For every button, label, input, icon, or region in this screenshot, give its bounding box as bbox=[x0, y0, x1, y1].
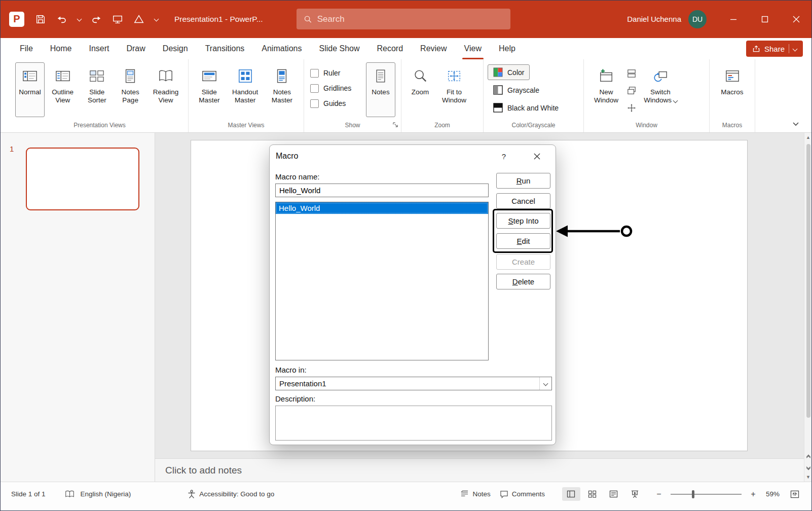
tab-animations[interactable]: Animations bbox=[253, 38, 310, 59]
scrollbar-thumb[interactable] bbox=[806, 144, 810, 418]
minimize-icon bbox=[730, 16, 737, 23]
undo-button[interactable] bbox=[53, 10, 71, 28]
macro-list[interactable]: Hello_World bbox=[275, 202, 489, 360]
cascade-windows-button[interactable] bbox=[625, 85, 638, 97]
edit-button[interactable]: Edit bbox=[496, 233, 550, 249]
zoom-out-button[interactable]: − bbox=[654, 490, 663, 499]
dialog-close-button[interactable] bbox=[529, 149, 544, 163]
zoom-in-button[interactable]: + bbox=[749, 490, 758, 499]
macro-in-dropdown[interactable]: Presentation1 bbox=[275, 377, 552, 390]
ruler-checkbox[interactable]: Ruler bbox=[308, 65, 365, 81]
comments-button[interactable]: Comments bbox=[497, 487, 548, 501]
zoom-slider[interactable] bbox=[671, 494, 742, 495]
ruler-checkbox-box bbox=[310, 69, 319, 78]
collapse-ribbon-button[interactable] bbox=[792, 120, 800, 128]
next-slide-button[interactable] bbox=[807, 462, 810, 472]
cancel-button[interactable]: Cancel bbox=[496, 193, 550, 209]
fit-slide-icon bbox=[790, 490, 799, 498]
new-window-button[interactable]: New Window bbox=[588, 62, 624, 117]
notes-page-icon bbox=[123, 68, 138, 84]
notes-master-button[interactable]: Notes Master bbox=[265, 62, 300, 117]
reading-view-button[interactable]: Reading View bbox=[147, 62, 184, 117]
tab-help[interactable]: Help bbox=[490, 38, 524, 59]
close-window-button[interactable] bbox=[781, 0, 812, 38]
slide-thumbnail[interactable] bbox=[26, 148, 139, 210]
share-button[interactable]: Share bbox=[746, 41, 803, 57]
group-label-color-grayscale: Color/Grayscale bbox=[484, 121, 583, 132]
switch-windows-button[interactable]: Switch Windows bbox=[639, 62, 682, 117]
grayscale-button[interactable]: Grayscale bbox=[488, 82, 545, 98]
reading-view-status-button[interactable] bbox=[605, 487, 623, 501]
fit-slide-to-window-button[interactable] bbox=[786, 487, 804, 501]
notes-status-button[interactable]: Notes bbox=[457, 487, 493, 501]
slide-show-status-button[interactable] bbox=[626, 487, 644, 501]
description-label: Description: bbox=[275, 394, 315, 403]
move-split-button[interactable] bbox=[625, 102, 638, 114]
arrange-all-button[interactable] bbox=[625, 67, 638, 80]
zoom-level[interactable]: 59% bbox=[763, 487, 783, 501]
handout-master-button[interactable]: Handout Master bbox=[227, 62, 264, 117]
notes-placeholder[interactable]: Click to add notes bbox=[165, 465, 242, 476]
black-and-white-button[interactable]: Black and White bbox=[488, 100, 564, 116]
step-into-button[interactable]: Step Into bbox=[496, 213, 550, 229]
redo-button[interactable] bbox=[87, 10, 105, 28]
accessibility-button[interactable]: Accessibility: Good to go bbox=[184, 487, 277, 501]
tab-file[interactable]: File bbox=[11, 38, 42, 59]
outline-view-button[interactable]: Outline View bbox=[46, 62, 80, 117]
language-button[interactable]: English (Nigeria) bbox=[78, 487, 134, 501]
grid-view-icon bbox=[588, 490, 597, 498]
tab-record[interactable]: Record bbox=[368, 38, 412, 59]
color-button[interactable]: Color bbox=[488, 64, 530, 80]
scroll-up-arrow-icon[interactable]: ▲ bbox=[806, 133, 810, 142]
tab-view[interactable]: View bbox=[456, 38, 490, 59]
slide-sorter-status-button[interactable] bbox=[583, 487, 602, 501]
tab-slide-show[interactable]: Slide Show bbox=[310, 38, 368, 59]
tab-design[interactable]: Design bbox=[154, 38, 197, 59]
previous-slide-button[interactable] bbox=[807, 452, 810, 462]
proofing-button[interactable] bbox=[62, 487, 78, 501]
delete-button[interactable]: Delete bbox=[496, 274, 550, 289]
switch-windows-chevron-icon bbox=[673, 98, 678, 103]
create-button[interactable]: Create bbox=[496, 254, 550, 270]
macro-list-item[interactable]: Hello_World bbox=[276, 202, 488, 214]
tab-transitions[interactable]: Transitions bbox=[197, 38, 253, 59]
avatar[interactable]: DU bbox=[688, 10, 707, 28]
minimize-button[interactable] bbox=[718, 0, 749, 38]
outline-view-icon bbox=[55, 68, 70, 84]
guides-checkbox-box bbox=[310, 99, 319, 108]
search-input[interactable] bbox=[317, 14, 503, 24]
undo-dropdown-chevron[interactable] bbox=[74, 10, 84, 28]
zoom-slider-thumb[interactable] bbox=[692, 490, 694, 498]
notes-toggle-button[interactable]: Notes bbox=[366, 62, 395, 117]
tab-home[interactable]: Home bbox=[42, 38, 81, 59]
normal-view-button[interactable]: Normal bbox=[15, 62, 45, 117]
maximize-button[interactable] bbox=[749, 0, 781, 38]
tab-draw[interactable]: Draw bbox=[118, 38, 154, 59]
fit-to-window-button[interactable]: Fit to Window bbox=[436, 62, 472, 117]
macros-button[interactable]: Macros bbox=[718, 62, 747, 117]
dialog-help-button[interactable]: ? bbox=[498, 150, 510, 162]
customize-quick-access-toolbar-button[interactable] bbox=[151, 10, 161, 28]
start-presentation-button[interactable] bbox=[108, 10, 127, 28]
vertical-scrollbar[interactable]: ▲ ▼ bbox=[804, 133, 812, 482]
gridlines-checkbox[interactable]: Gridlines bbox=[308, 81, 365, 96]
slide-sorter-button[interactable]: Slide Sorter bbox=[81, 62, 113, 117]
notes-page-button[interactable]: Notes Page bbox=[114, 62, 146, 117]
search-box[interactable] bbox=[297, 9, 510, 29]
save-button[interactable] bbox=[31, 10, 50, 28]
normal-view-small-icon bbox=[567, 490, 575, 498]
scroll-down-arrow-icon[interactable]: ▼ bbox=[806, 472, 810, 482]
normal-view-status-button[interactable] bbox=[562, 487, 580, 501]
zoom-button[interactable]: Zoom bbox=[405, 62, 435, 117]
show-dialog-launcher-icon[interactable] bbox=[393, 122, 398, 128]
slide-master-button[interactable]: Slide Master bbox=[193, 62, 226, 117]
notes-pane[interactable]: Click to add notes bbox=[155, 458, 804, 482]
dropdown-chevron-icon[interactable] bbox=[539, 377, 551, 390]
description-textarea[interactable] bbox=[275, 406, 552, 441]
tab-review[interactable]: Review bbox=[412, 38, 455, 59]
guides-checkbox[interactable]: Guides bbox=[308, 96, 365, 111]
shape-tool-button[interactable] bbox=[130, 10, 148, 28]
run-button[interactable]: Run bbox=[496, 173, 550, 189]
macro-name-input[interactable] bbox=[275, 184, 489, 197]
tab-insert[interactable]: Insert bbox=[80, 38, 118, 59]
